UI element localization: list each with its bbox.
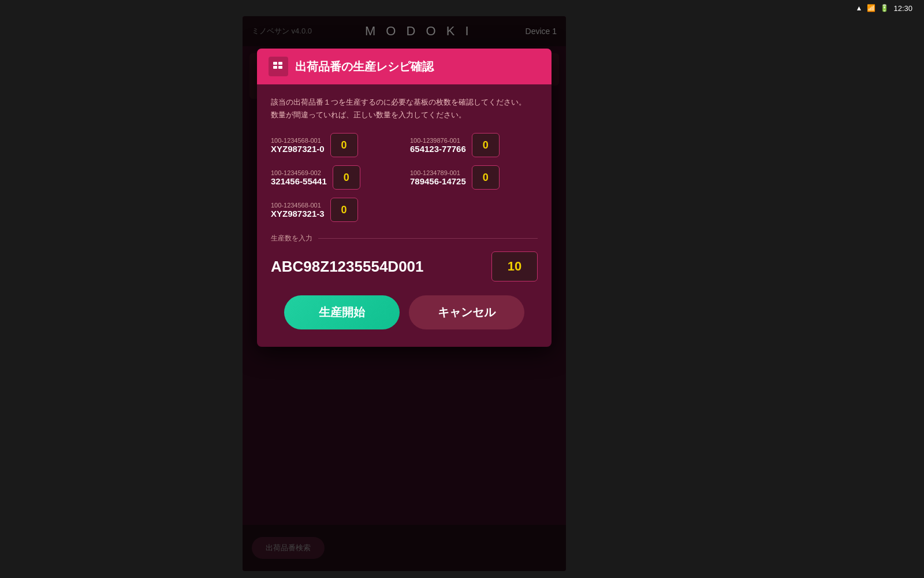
svg-rect-3 [278,66,282,69]
status-time: 12:30 [893,4,912,13]
battery-icon: 🔋 [880,4,889,12]
production-row: ABC98Z1235554D001 10 [271,251,538,281]
action-buttons: 生産開始 キャンセル [271,295,538,329]
modal-title: 出荷品番の生産レシピ確認 [295,59,434,75]
svg-rect-1 [278,62,282,65]
recipe-info-4: 100-1234568-001 XYZ987321-3 [271,202,325,218]
recipe-info-3: 100-1234789-001 789456-14725 [410,169,466,186]
cancel-button[interactable]: キャンセル [409,295,524,329]
modal-overlay: 出荷品番の生産レシピ確認 該当の出荷品番１つを生産するのに必要な基板の枚数を確認… [243,16,566,571]
recipe-info-1: 100-1239876-001 654123-77766 [410,137,466,154]
recipe-code-0: 100-1234568-001 [271,137,325,144]
recipe-name-4: XYZ987321-3 [271,209,325,218]
svg-rect-0 [273,62,277,65]
app-window: ミノベサン v4.0.0 M O D O K I Device 1 👤 チーム名… [243,16,566,571]
modal-header: 出荷品番の生産レシピ確認 [257,49,552,84]
recipe-info-0: 100-1234568-001 XYZ987321-0 [271,137,325,154]
production-label: 生産数を入力 [271,234,312,243]
recipe-input-1[interactable]: 0 [472,133,500,157]
recipe-code-4: 100-1234568-001 [271,202,325,209]
recipe-item-3: 100-1234789-001 789456-14725 0 [410,165,538,190]
modal-body: 該当の出荷品番１つを生産するのに必要な基板の枚数を確認してください。数量が間違っ… [257,84,552,347]
recipe-input-2[interactable]: 0 [333,165,360,190]
recipe-grid: 100-1234568-001 XYZ987321-0 0 100-123987… [271,133,538,222]
production-quantity-input[interactable]: 10 [491,251,538,281]
recipe-code-2: 100-1234569-002 [271,169,327,176]
production-divider: 生産数を入力 [271,234,538,243]
production-code: ABC98Z1235554D001 [271,258,482,276]
recipe-item-0: 100-1234568-001 XYZ987321-0 0 [271,133,398,157]
modal-description: 該当の出荷品番１つを生産するのに必要な基板の枚数を確認してください。数量が間違っ… [271,96,538,121]
recipe-input-4[interactable]: 0 [330,198,358,222]
signal-icon: 📶 [867,4,875,12]
recipe-item-4: 100-1234568-001 XYZ987321-3 0 [271,198,398,222]
recipe-name-0: XYZ987321-0 [271,144,325,154]
recipe-modal: 出荷品番の生産レシピ確認 該当の出荷品番１つを生産するのに必要な基板の枚数を確認… [257,49,552,347]
svg-rect-2 [273,66,277,69]
wifi-icon: ▲ [856,4,863,12]
recipe-name-2: 321456-55441 [271,176,327,186]
recipe-input-0[interactable]: 0 [330,133,358,157]
recipe-name-1: 654123-77766 [410,144,466,154]
recipe-item-1: 100-1239876-001 654123-77766 0 [410,133,538,157]
recipe-code-3: 100-1234789-001 [410,169,466,176]
divider-line [318,238,538,239]
recipe-input-3[interactable]: 0 [472,165,500,190]
recipe-name-3: 789456-14725 [410,176,466,186]
modal-header-icon [269,57,288,76]
recipe-item-2: 100-1234569-002 321456-55441 0 [271,165,398,190]
start-production-button[interactable]: 生産開始 [284,295,400,329]
recipe-info-2: 100-1234569-002 321456-55441 [271,169,327,186]
status-bar: ▲ 📶 🔋 12:30 [0,0,924,16]
recipe-code-1: 100-1239876-001 [410,137,466,144]
